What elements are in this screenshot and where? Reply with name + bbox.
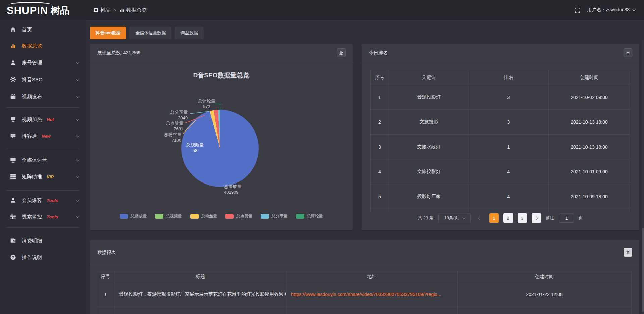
username-label: 用户名：zswodun88: [587, 7, 630, 13]
video-url-link[interactable]: https://www.iesdouyin.com/share/video/70…: [291, 292, 441, 297]
report-panel-header: 数据报表 表: [90, 240, 639, 265]
tab-douyin-seo-data[interactable]: 抖音seo数据: [90, 27, 126, 39]
sidebar-item-douketong[interactable]: 抖客通 New: [0, 127, 86, 144]
page-button-2[interactable]: 2: [503, 213, 513, 223]
report-table: 序号 标题 地址 创建时间 1 景观投影灯，夜游景观投影灯厂家展示展示落花灯在花…: [97, 271, 632, 314]
table-row: 2 文旅投影 3 2021-10-13 18:00: [371, 110, 630, 135]
ranking-panel-title: 今日排名: [369, 44, 388, 62]
tab-media-operation-data[interactable]: 全媒体运营数据: [129, 27, 171, 39]
sidebar-item-label: 抖客通: [22, 133, 37, 139]
breadcrumb-current[interactable]: 数据总览: [120, 7, 147, 13]
page-size-select[interactable]: 10条/页: [438, 213, 471, 223]
table-row-clipped: [371, 209, 630, 212]
sidebar-item-matrix-boost[interactable]: 矩阵助推 VIP: [0, 168, 86, 185]
sidebar-divider: [6, 190, 80, 191]
topbar-right: 用户名：zswodun88: [575, 0, 635, 20]
pie-label-videos: 总视频量 58: [186, 142, 204, 153]
sidebar-item-home[interactable]: 首页: [0, 21, 86, 38]
table-row: 1 景观投影灯，夜游景观投影灯厂家展示展示落花灯在花园里的灯光投影应用效果 # …: [97, 282, 632, 306]
sidebar-item-account[interactable]: 账号管理: [0, 54, 86, 71]
video-publish-icon: [10, 94, 17, 100]
sidebar-item-spending-detail[interactable]: 消费明细: [0, 232, 86, 249]
table-header-row: 序号 标题 地址 创建时间: [97, 271, 632, 282]
hot-badge: Hot: [47, 117, 54, 122]
report-panel-title: 数据报表: [97, 240, 116, 265]
legend-item[interactable]: 总播放量: [120, 213, 147, 219]
ranking-panel: 今日排名 日 序号 关键词 排名 创建时间 1 景观投影灯 3 2021-10-…: [362, 44, 639, 230]
daily-view-button[interactable]: 日: [624, 48, 632, 57]
fullscreen-icon[interactable]: [575, 7, 580, 13]
next-page-button[interactable]: [532, 213, 541, 223]
user-menu[interactable]: 用户名：zswodun88: [587, 7, 635, 13]
sidebar-item-label: 抖音SEO: [22, 76, 43, 83]
sidebar-item-member-burst[interactable]: 会员爆客 Tools: [0, 192, 86, 209]
sidebar: 首页 数据总览 账号管理 抖音SEO 视频发布 视频加热 Hot 抖客通 New…: [0, 20, 86, 314]
page-button-1[interactable]: 1: [489, 213, 499, 223]
video-title-cell: 景观投影灯，夜游景观投影灯厂家展示展示落花灯在花园里的灯光投影应用效果 #: [114, 282, 286, 306]
legend-swatch: [296, 214, 304, 219]
table-row-clipped: [97, 306, 632, 314]
legend-swatch: [225, 214, 234, 219]
user-icon: [10, 60, 17, 66]
wallet-icon: [10, 238, 17, 244]
legend-item[interactable]: 总视频量: [155, 213, 182, 219]
chevron-right-icon: [535, 216, 538, 220]
main-content: 抖音seo数据 全媒体运营数据 询盘数据 展现量总数: 421,369 总 D音…: [86, 20, 644, 314]
sidebar-item-label: 操作说明: [22, 254, 42, 261]
home-icon: [10, 27, 17, 33]
pagination: 共 23 条 10条/页 1 2 3 前往 页: [362, 213, 639, 223]
chevron-down-icon: [632, 8, 636, 11]
overview-panel-header: 展现量总数: 421,369 总: [90, 44, 353, 62]
chevron-down-icon: [76, 134, 79, 137]
sidebar-item-instructions[interactable]: ? 操作说明: [0, 249, 86, 266]
top-bar: SHUPIN 树品 树品 > 数据总览 用户名：zswodun88: [0, 0, 644, 20]
member-icon: [10, 197, 17, 203]
chat-icon: [10, 133, 17, 139]
sidebar-item-media-operation[interactable]: 全媒体运营: [0, 152, 86, 168]
sidebar-item-label: 首页: [22, 27, 32, 33]
table-row: 1 景观投影灯 3 2021-10-02 09:00: [371, 85, 630, 110]
pie-label-plays: 总播放量 402909: [224, 184, 241, 195]
overview-panel: 展现量总数: 421,369 总 D音SEO数据量总览 总评论量 572 总分享…: [90, 44, 353, 230]
app-square-icon: [93, 8, 98, 13]
app-logo: SHUPIN 树品: [7, 3, 69, 17]
table-row: 4 文旅投影灯 4 2021-10-01 09:00: [371, 159, 630, 184]
sidebar-divider: [6, 107, 80, 108]
table-header-row: 序号 关键词 排名 创建时间: [371, 70, 630, 85]
legend-item[interactable]: 总粉丝量: [190, 213, 217, 219]
sidebar-item-label: 会员爆客: [22, 197, 42, 204]
legend-item[interactable]: 总点赞量: [225, 213, 253, 219]
sidebar-divider: [6, 148, 80, 148]
sidebar-item-data-overview[interactable]: 数据总览: [0, 38, 86, 54]
chevron-left-icon: [478, 216, 482, 220]
pie-label-comments: 总评论量 572: [198, 98, 215, 109]
page-button-3[interactable]: 3: [518, 213, 527, 223]
legend-item[interactable]: 总评论量: [296, 213, 323, 219]
scrollbar-thumb[interactable]: [642, 228, 644, 312]
goto-page-input[interactable]: [559, 213, 574, 223]
sidebar-item-label: 账号管理: [22, 60, 42, 66]
data-tabs: 抖音seo数据 全媒体运营数据 询盘数据: [90, 27, 204, 39]
legend-item[interactable]: 总分享量: [261, 213, 288, 219]
total-view-button[interactable]: 总: [337, 48, 346, 57]
chevron-down-icon: [76, 215, 79, 218]
sidebar-item-video-publish[interactable]: 视频发布: [0, 88, 86, 105]
table-view-button[interactable]: 表: [624, 248, 632, 257]
sidebar-item-douyin-seo[interactable]: 抖音SEO: [0, 71, 86, 88]
sidebar-divider: [6, 227, 80, 228]
breadcrumb: 树品 > 数据总览: [93, 0, 147, 20]
chevron-down-icon: [76, 198, 79, 202]
prev-page-button[interactable]: [475, 213, 485, 223]
new-badge: New: [42, 134, 51, 139]
table-row: 5 投影灯厂家 4 2021-10-09 18:00: [371, 184, 630, 209]
sidebar-item-lead-monitor[interactable]: 线索监控 Tools: [0, 208, 86, 225]
chevron-down-icon: [76, 95, 79, 98]
sidebar-item-video-heat[interactable]: 视频加热 Hot: [0, 111, 86, 128]
pie-label-likes: 总点赞量 7681: [166, 120, 183, 132]
sidebar-item-label: 矩阵助推: [22, 174, 42, 180]
sliders-icon: [10, 214, 17, 220]
breadcrumb-root[interactable]: 树品: [93, 7, 110, 13]
page-scrollbar[interactable]: [642, 40, 644, 314]
tab-inquiry-data[interactable]: 询盘数据: [175, 27, 204, 39]
sidebar-item-label: 全媒体运营: [22, 157, 47, 163]
